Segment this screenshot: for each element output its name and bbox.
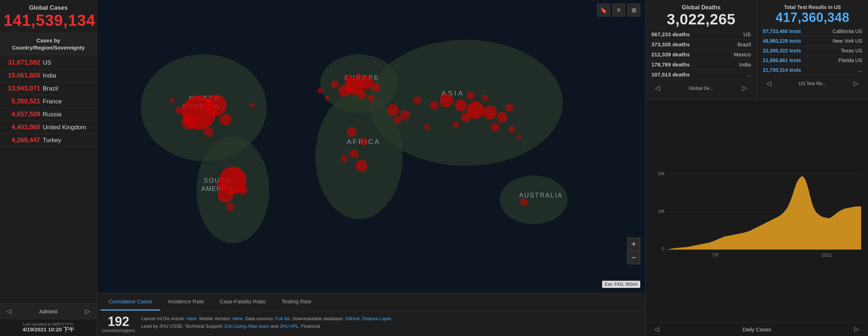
svg-point-33 bbox=[331, 80, 339, 88]
deaths-number: 3,022,265 bbox=[651, 11, 751, 28]
financial-text: . Financial bbox=[299, 323, 320, 329]
deaths-count: 107,513 deaths bbox=[651, 71, 690, 78]
svg-point-57 bbox=[170, 98, 175, 103]
country-name: US bbox=[43, 59, 51, 66]
last-updated-label: Last Updated at (M/D/YYYY) bbox=[4, 322, 93, 326]
country-name: India bbox=[43, 72, 56, 79]
svg-point-6 bbox=[500, 176, 568, 224]
svg-point-58 bbox=[250, 103, 255, 108]
svg-text:2021: 2021 bbox=[822, 252, 832, 258]
country-cases: 4,657,509 bbox=[4, 111, 40, 118]
svg-point-61 bbox=[424, 124, 430, 130]
country-cases: 15,061,805 bbox=[4, 72, 40, 79]
zoom-in-button[interactable]: + bbox=[627, 238, 640, 251]
map-tab-case-fatality-ratio[interactable]: Case-Fatality Ratio bbox=[212, 293, 274, 311]
deaths-country: India bbox=[739, 61, 751, 67]
map-tab-testing-rate[interactable]: Testing Rate bbox=[273, 293, 319, 311]
lancet-here-link[interactable]: Here bbox=[186, 316, 197, 321]
country-row[interactable]: 31,671,592US bbox=[0, 56, 97, 69]
country-list: 31,671,592US15,061,805India13,943,071Bra… bbox=[0, 55, 97, 303]
right-panel: Global Deaths 3,022,265 567,233 deathsUS… bbox=[645, 0, 868, 336]
global-cases-number: 141,539,134 bbox=[4, 11, 93, 29]
countries-count-box: 192 countries/regions bbox=[102, 315, 135, 333]
feature-layer-link[interactable]: Feature Layer bbox=[362, 316, 391, 321]
daily-cases-chart: 2M 1M 0 7月 2021 bbox=[651, 104, 863, 322]
bookmark-button[interactable]: 🔖 bbox=[597, 4, 610, 17]
cases-by-country-title: Cases by Country/Region/Sovereignty bbox=[4, 37, 93, 51]
jhu-apl-link[interactable]: JHU APL bbox=[280, 323, 299, 329]
svg-point-20 bbox=[204, 127, 213, 137]
svg-point-23 bbox=[238, 185, 248, 195]
country-cases: 13,943,071 bbox=[4, 85, 40, 92]
deaths-row: 107,513 deaths... bbox=[651, 70, 751, 80]
tests-row: 22,305,322 testsTexas US bbox=[763, 46, 862, 56]
tests-region: California US bbox=[833, 28, 862, 34]
map-tab-cumulative-cases[interactable]: Cumulative Cases bbox=[101, 293, 160, 311]
svg-point-19 bbox=[176, 106, 184, 114]
svg-point-30 bbox=[371, 83, 380, 92]
country-cases: 5,350,521 bbox=[4, 98, 40, 105]
svg-point-18 bbox=[220, 114, 231, 126]
country-row[interactable]: 4,657,509Russia bbox=[0, 108, 97, 121]
deaths-row: 567,233 deathsUS bbox=[651, 29, 751, 39]
svg-point-56 bbox=[394, 116, 402, 124]
map-tabs: Cumulative CasesIncidence RateCase-Fatal… bbox=[97, 293, 645, 311]
mobile-here-link[interactable]: Here bbox=[232, 316, 243, 321]
chart-next-button[interactable]: ▷ bbox=[852, 325, 862, 334]
global-cases-box: Global Cases 141,539,134 bbox=[0, 0, 97, 33]
svg-point-50 bbox=[467, 92, 475, 99]
svg-text:0: 0 bbox=[662, 246, 664, 252]
tests-region: Texas US bbox=[841, 48, 862, 53]
tests-number: 417,360,348 bbox=[763, 10, 862, 25]
esri-atlas-link[interactable]: Esri Living Atlas team bbox=[225, 323, 269, 329]
admin-next-button[interactable]: ▷ bbox=[83, 307, 92, 316]
admin-prev-button[interactable]: ◁ bbox=[4, 307, 14, 316]
github-link[interactable]: GitHub bbox=[345, 316, 360, 321]
deaths-country: Mexico bbox=[734, 51, 751, 57]
deaths-list: 567,233 deathsUS373,335 deathsBrazil212,… bbox=[651, 29, 751, 80]
deaths-prev-button[interactable]: ◁ bbox=[653, 83, 662, 93]
country-name: United Kingdom bbox=[43, 124, 86, 131]
tests-nav: ◁ US Test Re... ▷ bbox=[763, 76, 862, 91]
svg-point-16 bbox=[205, 95, 226, 116]
svg-point-29 bbox=[356, 89, 366, 99]
bottom-text: Lancet Inf Dis Article: Here. Mobile Ver… bbox=[141, 315, 392, 330]
tests-region: Florida US bbox=[839, 57, 862, 63]
map-container[interactable]: NORTH AMERICA SOUTH AMERICA EUROPE AFRIC… bbox=[97, 0, 645, 293]
svg-point-55 bbox=[400, 110, 410, 120]
svg-point-27 bbox=[360, 76, 373, 89]
tests-next-button[interactable]: ▷ bbox=[851, 79, 861, 88]
country-row[interactable]: 4,403,060United Kingdom bbox=[0, 121, 97, 134]
grid-view-button[interactable]: ⊞ bbox=[627, 4, 640, 17]
svg-point-49 bbox=[453, 121, 460, 128]
svg-point-38 bbox=[356, 160, 367, 172]
deaths-count: 178,769 deaths bbox=[651, 61, 690, 67]
tests-prev-button[interactable]: ◁ bbox=[764, 79, 774, 88]
country-row[interactable]: 13,943,071Brazil bbox=[0, 82, 97, 95]
deaths-country: US bbox=[743, 31, 751, 37]
countries-count: 192 bbox=[102, 315, 135, 328]
tests-region: ... bbox=[858, 67, 862, 73]
svg-point-31 bbox=[345, 75, 352, 83]
list-view-button[interactable]: ≡ bbox=[612, 4, 625, 17]
svg-point-45 bbox=[461, 112, 471, 122]
deaths-next-button[interactable]: ▷ bbox=[740, 83, 749, 93]
zoom-out-button[interactable]: − bbox=[627, 251, 640, 264]
tests-region: New York US bbox=[833, 38, 862, 44]
downloadable-text: . Downloadable database: bbox=[290, 316, 345, 321]
mobile-text: . Mobile Version: bbox=[197, 316, 232, 321]
country-row[interactable]: 4,268,447Turkey bbox=[0, 134, 97, 147]
global-cases-label: Global Cases bbox=[4, 4, 93, 11]
tests-row: 21,956,861 testsFlorida US bbox=[763, 56, 862, 65]
left-panel: Global Cases 141,539,134 Cases by Countr… bbox=[0, 0, 97, 336]
country-row[interactable]: 5,350,521France bbox=[0, 95, 97, 108]
full-list-link[interactable]: Full list bbox=[275, 316, 290, 321]
data-sources-text: . Data sources: bbox=[243, 316, 275, 321]
map-tab-incidence-rate[interactable]: Incidence Rate bbox=[160, 293, 212, 311]
svg-point-53 bbox=[508, 126, 515, 133]
svg-text:1M: 1M bbox=[658, 209, 664, 214]
country-row[interactable]: 15,061,805India bbox=[0, 69, 97, 82]
chart-prev-button[interactable]: ◁ bbox=[652, 325, 661, 334]
chart-area: 2M 1M 0 7月 2021 ◁ Daily Cases ▷ bbox=[646, 100, 868, 336]
country-cases: 4,268,447 bbox=[4, 136, 40, 144]
